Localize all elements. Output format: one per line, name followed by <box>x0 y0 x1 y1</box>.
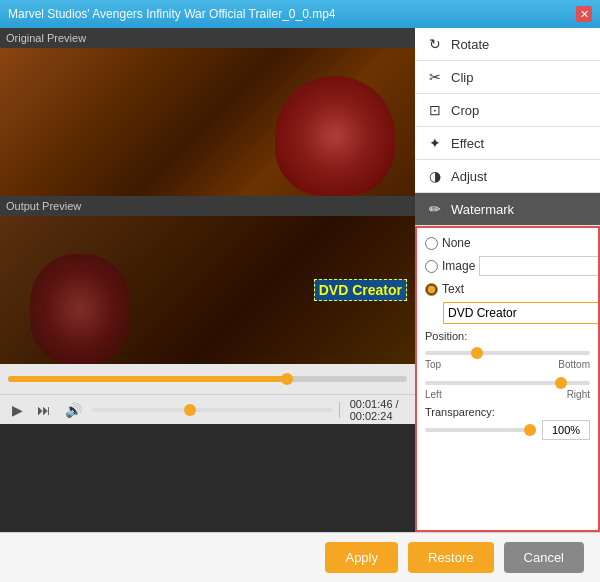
timeline-thumb[interactable] <box>281 373 293 385</box>
volume-button[interactable]: 🔊 <box>61 400 86 420</box>
transparency-input[interactable] <box>542 420 590 440</box>
output-preview-video: DVD Creator <box>0 216 415 364</box>
restore-button[interactable]: Restore <box>408 542 494 573</box>
rotate-label: Rotate <box>451 37 489 52</box>
adjust-icon: ◑ <box>427 168 443 184</box>
text-label[interactable]: Text <box>442 282 464 296</box>
title-bar: Marvel Studios' Avengers Infinity War Of… <box>0 0 600 28</box>
image-row: Image ⊞ <box>425 256 590 276</box>
ironman-output <box>30 254 130 364</box>
none-radio[interactable] <box>425 237 438 250</box>
crop-icon: ⊡ <box>427 102 443 118</box>
right-label: Right <box>567 389 590 400</box>
original-preview-bg <box>0 48 415 196</box>
position-h-labels: Left Right <box>425 389 590 400</box>
clip-icon: ✂ <box>427 69 443 85</box>
text-input[interactable] <box>443 302 600 324</box>
position-h-slider[interactable] <box>425 381 590 385</box>
tool-clip[interactable]: ✂ Clip <box>415 61 600 94</box>
time-display: 00:01:46 / 00:02:24 <box>350 398 407 422</box>
clip-label: Clip <box>451 70 473 85</box>
main-container: Original Preview Output Preview DVD Crea… <box>0 28 600 532</box>
watermark-overlay: DVD Creator <box>314 279 407 301</box>
play-button[interactable]: ▶ <box>8 400 27 420</box>
text-radio[interactable] <box>425 283 438 296</box>
volume-slider[interactable] <box>92 408 333 412</box>
close-button[interactable]: ✕ <box>576 6 592 22</box>
transparency-label: Transparency: <box>425 406 590 418</box>
effect-label: Effect <box>451 136 484 151</box>
cancel-button[interactable]: Cancel <box>504 542 584 573</box>
left-panel: Original Preview Output Preview DVD Crea… <box>0 28 415 532</box>
none-label[interactable]: None <box>442 236 471 250</box>
bottom-label: Bottom <box>558 359 590 370</box>
separator <box>339 402 340 418</box>
original-preview-label: Original Preview <box>0 28 415 48</box>
position-label: Position: <box>425 330 590 342</box>
watermark-label: Watermark <box>451 202 514 217</box>
rotate-icon: ↻ <box>427 36 443 52</box>
apply-button[interactable]: Apply <box>325 542 398 573</box>
position-v-slider[interactable] <box>425 351 590 355</box>
tool-crop[interactable]: ⊡ Crop <box>415 94 600 127</box>
adjust-label: Adjust <box>451 169 487 184</box>
left-label: Left <box>425 389 442 400</box>
ironman-original <box>275 76 395 196</box>
controls-area: ▶ ⏭ 🔊 00:01:46 / 00:02:24 <box>0 394 415 424</box>
watermark-icon: ✏ <box>427 201 443 217</box>
output-preview-label: Output Preview <box>0 196 415 216</box>
window-title: Marvel Studios' Avengers Infinity War Of… <box>8 7 336 21</box>
image-label[interactable]: Image <box>442 259 475 273</box>
none-row: None <box>425 236 590 250</box>
timeline-fill <box>8 376 287 382</box>
tool-effect[interactable]: ✦ Effect <box>415 127 600 160</box>
current-time: 00:01:46 <box>350 398 393 410</box>
text-input-row: T ■ <box>443 302 590 324</box>
total-time: 00:02:24 <box>350 410 393 422</box>
tool-rotate[interactable]: ↻ Rotate <box>415 28 600 61</box>
top-label: Top <box>425 359 441 370</box>
transparency-slider[interactable] <box>425 428 536 432</box>
crop-label: Crop <box>451 103 479 118</box>
effect-icon: ✦ <box>427 135 443 151</box>
original-preview-video <box>0 48 415 196</box>
watermark-panel: None Image ⊞ Text T ■ Position: <box>415 226 600 532</box>
timeline-track[interactable] <box>8 376 407 382</box>
text-radio-row: Text <box>425 282 590 296</box>
time-sep: / <box>396 398 399 410</box>
output-preview-bg: DVD Creator <box>0 216 415 364</box>
tool-adjust[interactable]: ◑ Adjust <box>415 160 600 193</box>
image-input[interactable] <box>479 256 600 276</box>
step-button[interactable]: ⏭ <box>33 400 55 420</box>
timeline-area[interactable] <box>0 364 415 394</box>
tool-watermark[interactable]: ✏ Watermark <box>415 193 600 226</box>
position-v-labels: Top Bottom <box>425 359 590 370</box>
right-sidebar: ↻ Rotate ✂ Clip ⊡ Crop ✦ Effect ◑ Adjust… <box>415 28 600 532</box>
bottom-bar: Apply Restore Cancel <box>0 532 600 582</box>
transparency-row <box>425 420 590 440</box>
image-radio[interactable] <box>425 260 438 273</box>
